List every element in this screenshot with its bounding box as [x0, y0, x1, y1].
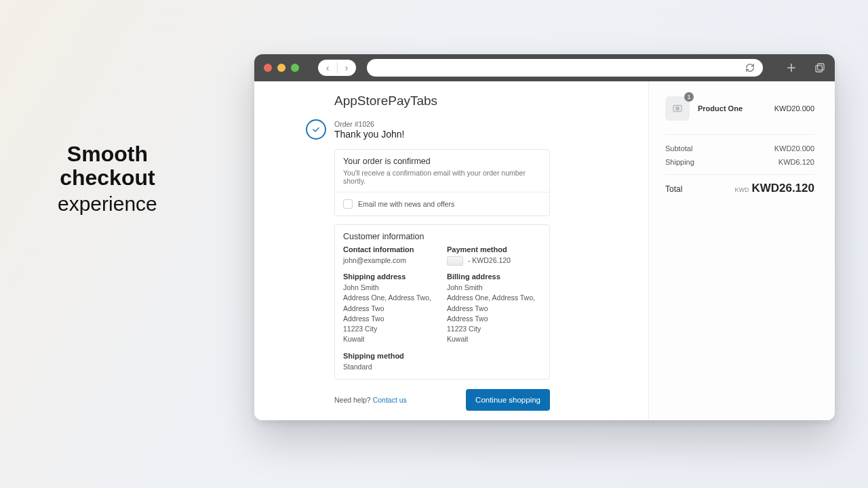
shipping-method-value: Standard: [343, 362, 437, 372]
contact-information: Contact information john@example.com: [343, 245, 437, 266]
bill-name: John Smith: [447, 283, 541, 293]
nav-back-forward: ‹ ›: [318, 60, 356, 76]
separator: [665, 134, 814, 135]
news-opt-in-row[interactable]: Email me with news and offers: [335, 192, 549, 216]
payment-amount: - KWD26.120: [468, 256, 511, 264]
svg-point-2: [675, 106, 679, 110]
ship-country: Kuwait: [343, 334, 437, 344]
thank-you-row: Order #1026 Thank you John!: [334, 119, 550, 140]
billing-address-label: Billing address: [447, 272, 541, 281]
order-summary: 1 Product One KWD20.000 Subtotal KWD20.0…: [648, 81, 835, 420]
product-qty-badge: 1: [684, 92, 694, 102]
thank-you-heading: Thank you John!: [334, 129, 405, 140]
window-zoom-button[interactable]: [291, 64, 299, 72]
bill-city: 11223 City: [447, 324, 541, 334]
address-bar[interactable]: [367, 59, 763, 77]
bill-line1: Address One, Address Two, Address Two: [447, 293, 541, 313]
billing-address: Billing address John Smith Address One, …: [447, 272, 541, 344]
help-text: Need help? Contact us: [334, 396, 407, 404]
total-amount: KWD26.120: [751, 182, 814, 195]
shipping-method-label: Shipping method: [343, 352, 437, 360]
window-close-button[interactable]: [264, 64, 272, 72]
browser-window: ‹ › AppStorePayTabs: [254, 54, 835, 420]
svg-rect-0: [818, 64, 824, 70]
summary-line-item: 1 Product One KWD20.000: [665, 96, 814, 121]
ship-line1: Address One, Address Two, Address Two: [343, 293, 437, 313]
success-check-icon: [306, 119, 326, 140]
nav-back-button[interactable]: ‹: [318, 63, 337, 73]
product-thumbnail: 1: [665, 96, 690, 121]
browser-titlebar: ‹ ›: [254, 54, 835, 81]
shipping-address-label: Shipping address: [343, 272, 437, 281]
hero-line-2: checkout: [58, 166, 157, 190]
continue-shopping-button[interactable]: Continue shopping: [466, 389, 550, 411]
new-tab-button[interactable]: [786, 62, 797, 73]
hero-text: Smooth checkout experience: [58, 142, 157, 215]
ship-line2: Address Two: [343, 314, 437, 324]
shipping-value: KWD6.120: [778, 158, 814, 166]
subtotal-row: Subtotal KWD20.000: [665, 142, 814, 155]
hero-line-3: experience: [58, 192, 157, 215]
total-currency: KWD: [734, 186, 749, 193]
payment-label: Payment method: [447, 245, 541, 253]
nav-forward-button[interactable]: ›: [337, 63, 356, 73]
hero-line-1: Smooth: [58, 142, 157, 166]
bill-country: Kuwait: [447, 334, 541, 344]
store-name: AppStorePayTabs: [334, 94, 550, 108]
main-column: AppStorePayTabs Order #1026 Thank you Jo…: [254, 81, 648, 420]
order-confirmed-panel: Your order is confirmed You'll receive a…: [334, 149, 550, 216]
window-minimize-button[interactable]: [277, 64, 285, 72]
subtotal-value: KWD20.000: [774, 144, 814, 152]
svg-rect-1: [816, 66, 822, 72]
customer-info-panel: Customer information Contact information…: [334, 224, 550, 380]
subtotal-label: Subtotal: [665, 144, 692, 152]
order-confirmed-heading: Your order is confirmed: [343, 157, 541, 166]
shipping-row: Shipping KWD6.120: [665, 155, 814, 169]
ship-city: 11223 City: [343, 324, 437, 334]
shipping-address: Shipping address John Smith Address One,…: [343, 272, 437, 344]
contact-us-link[interactable]: Contact us: [373, 396, 407, 404]
total-label: Total: [665, 184, 682, 194]
payment-method: Payment method - KWD26.120: [447, 245, 541, 266]
card-brand-icon: [447, 256, 463, 266]
total-row: Total KWDKWD26.120: [665, 182, 814, 195]
contact-email: john@example.com: [343, 256, 437, 266]
order-number: Order #1026: [334, 120, 405, 128]
footer-row: Need help? Contact us Continue shopping: [334, 389, 550, 411]
separator: [665, 174, 814, 175]
product-price: KWD20.000: [774, 104, 814, 113]
shipping-method: Shipping method Standard: [343, 352, 437, 372]
bill-line2: Address Two: [447, 314, 541, 324]
tabs-overview-button[interactable]: [814, 62, 825, 73]
page-body: AppStorePayTabs Order #1026 Thank you Jo…: [254, 81, 835, 420]
help-prefix: Need help?: [334, 396, 373, 404]
news-opt-in-label: Email me with news and offers: [358, 200, 454, 208]
shipping-label: Shipping: [665, 158, 694, 166]
ship-name: John Smith: [343, 283, 437, 293]
window-controls: [264, 64, 299, 72]
customer-info-heading: Customer information: [343, 232, 541, 241]
contact-label: Contact information: [343, 245, 437, 253]
order-confirmed-body: You'll receive a confirmation email with…: [343, 169, 541, 185]
product-name: Product One: [698, 104, 766, 113]
news-opt-in-checkbox[interactable]: [343, 199, 353, 209]
reload-icon[interactable]: [745, 63, 755, 73]
